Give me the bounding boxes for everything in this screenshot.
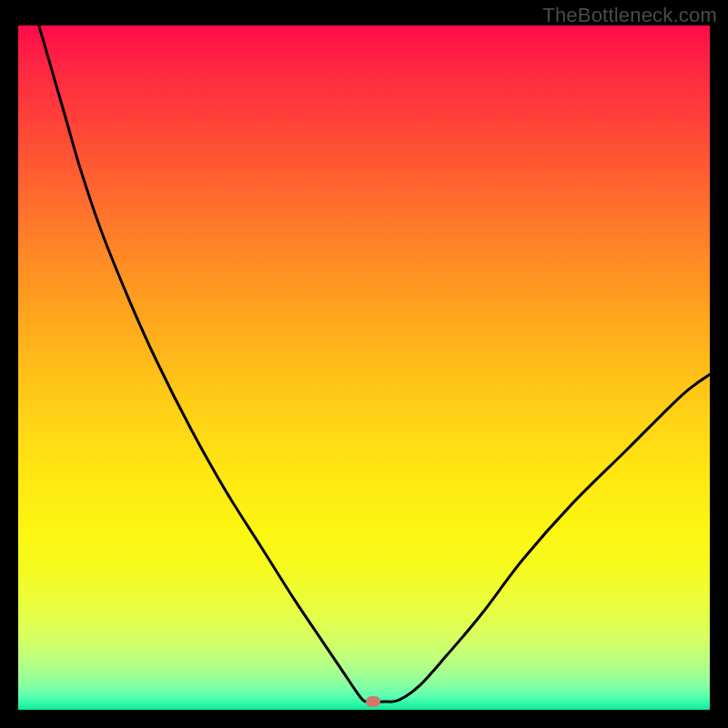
plot-area <box>18 25 710 710</box>
optimal-point-marker <box>366 696 380 707</box>
watermark-text: TheBottleneck.com <box>542 4 717 27</box>
chart-frame: TheBottleneck.com <box>0 0 728 728</box>
bottleneck-curve <box>18 25 710 710</box>
